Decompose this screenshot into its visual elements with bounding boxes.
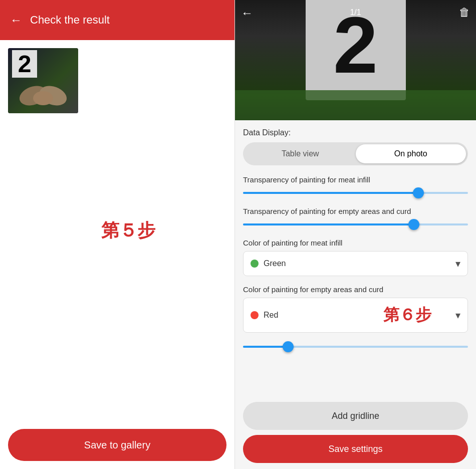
color-empty-label: Color of painting for empty areas and cu… xyxy=(243,285,468,294)
color-empty-group: Color of painting for empty areas and cu… xyxy=(243,285,468,333)
transparency-empty-label: Transparency of painting for empty areas… xyxy=(243,207,468,215)
transparency-empty-group: Transparency of painting for empty areas… xyxy=(243,207,468,229)
save-btn-container: Save to gallery xyxy=(0,421,234,469)
transparency-empty-slider[interactable] xyxy=(243,219,468,229)
save-settings-button[interactable]: Save settings xyxy=(243,435,468,463)
photo-green-area xyxy=(235,90,476,120)
slider-thumb-meat[interactable] xyxy=(413,187,424,198)
bottom-buttons: Add gridline Save settings xyxy=(235,396,476,469)
shells-svg xyxy=(18,81,68,111)
add-gridline-button[interactable]: Add gridline xyxy=(243,402,468,430)
photo-background: ← 1/1 🗑 2 xyxy=(235,0,476,120)
right-controls: Data Display: Table view On photo Transp… xyxy=(235,120,476,396)
page-title: Check the result xyxy=(30,14,110,27)
color-dot-green xyxy=(251,260,259,268)
back-icon[interactable]: ← xyxy=(10,13,22,27)
color-empty-value: Red xyxy=(264,311,360,320)
color-meat-value: Green xyxy=(264,259,455,268)
thumb-inner: 2 xyxy=(8,48,78,113)
thumb-number: 2 xyxy=(12,50,37,78)
view-toggle-group: Table view On photo xyxy=(243,142,468,165)
bottom-slider-group xyxy=(243,342,468,352)
step-label-left: 第５步 xyxy=(101,218,155,243)
color-meat-label: Color of painting for meat infill xyxy=(243,239,468,247)
left-content: 2 第５步 xyxy=(0,40,234,421)
on-photo-toggle[interactable]: On photo xyxy=(356,144,466,163)
left-panel: ← Check the result 2 第５步 Save to gallery xyxy=(0,0,234,469)
chevron-down-icon-meat: ▾ xyxy=(455,258,460,270)
slider-fill-empty xyxy=(243,223,414,225)
color-meat-group: Color of painting for meat infill Green … xyxy=(243,239,468,276)
transparency-meat-slider[interactable] xyxy=(243,188,468,198)
app-header: ← Check the result xyxy=(0,0,234,40)
photo-thumbnail: 2 xyxy=(8,48,78,113)
chevron-down-icon-empty: ▾ xyxy=(455,309,460,321)
data-display-label: Data Display: xyxy=(243,128,468,137)
bottom-slider[interactable] xyxy=(243,342,468,352)
slider-thumb-empty[interactable] xyxy=(408,219,419,230)
photo-counter: 1/1 xyxy=(350,8,361,17)
slider-track-empty xyxy=(243,223,468,225)
slider-fill-meat xyxy=(243,192,418,194)
transparency-meat-group: Transparency of painting for meat infill xyxy=(243,175,468,198)
slider-track-meat xyxy=(243,192,468,194)
slider-thumb-bottom[interactable] xyxy=(283,341,294,352)
slider-track-bottom xyxy=(243,346,468,348)
photo-back-icon[interactable]: ← xyxy=(241,6,253,20)
color-empty-dropdown[interactable]: Red 第６步 ▾ xyxy=(243,298,468,333)
photo-delete-icon[interactable]: 🗑 xyxy=(459,6,470,19)
save-to-gallery-button[interactable]: Save to gallery xyxy=(8,429,226,461)
svg-point-2 xyxy=(33,91,53,105)
color-meat-dropdown[interactable]: Green ▾ xyxy=(243,251,468,276)
transparency-meat-label: Transparency of painting for meat infill xyxy=(243,175,468,184)
photo-viewer: ← 1/1 🗑 2 xyxy=(235,0,476,120)
table-view-toggle[interactable]: Table view xyxy=(245,144,356,163)
color-dot-red xyxy=(251,311,259,319)
step-label-right: 第６步 xyxy=(360,304,456,326)
right-panel: ← 1/1 🗑 2 Data Display: Table view On ph… xyxy=(234,0,476,469)
slider-fill-bottom xyxy=(243,346,288,348)
